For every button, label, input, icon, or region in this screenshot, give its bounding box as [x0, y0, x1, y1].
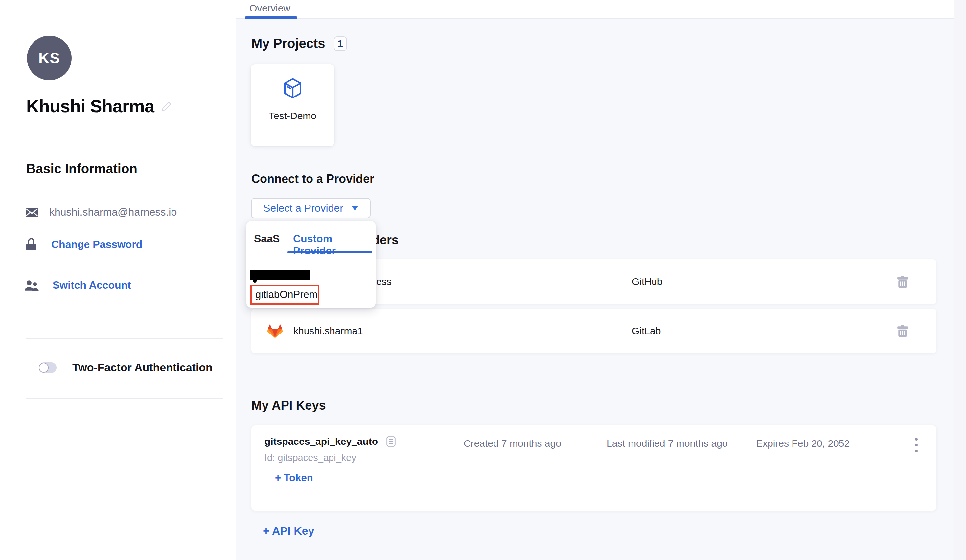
- basic-information-heading: Basic Information: [26, 162, 137, 176]
- toggle-knob: [39, 363, 49, 373]
- avatar-initials: KS: [38, 49, 60, 67]
- provider-dropdown-panel: SaaS Custom Provider gitlabOnPrem: [246, 221, 376, 308]
- change-password-row: Change Password: [26, 237, 142, 251]
- email-row: khushi.sharma@harness.io: [26, 206, 177, 218]
- project-cube-wrap: [251, 78, 335, 98]
- email-icon: [26, 208, 38, 217]
- user-name: Khushi Sharma: [26, 96, 154, 116]
- kebab-dot: [915, 444, 918, 446]
- my-projects-heading: My Projects: [251, 36, 325, 51]
- project-card[interactable]: Test-Demo: [251, 64, 335, 146]
- vertical-scrollbar[interactable]: [953, 0, 966, 560]
- tab-overview[interactable]: Overview: [250, 3, 291, 14]
- project-name: Test-Demo: [251, 110, 335, 121]
- active-tab-underline: [245, 16, 297, 19]
- sidebar-divider-bottom: [26, 398, 223, 399]
- main-content: Overview My Projects 1 Test-Demo Connect…: [236, 0, 966, 560]
- delete-provider-button[interactable]: [897, 325, 908, 337]
- kebab-dot: [915, 450, 918, 452]
- provider-type: GitHub: [632, 259, 662, 304]
- change-password-link[interactable]: Change Password: [51, 238, 142, 251]
- project-cube-icon: [283, 78, 302, 98]
- api-key-card: gitspaces_api_key_auto Id: gitspaces_api…: [251, 426, 936, 511]
- chevron-down-icon: [351, 206, 358, 210]
- switch-account-row: Switch Account: [24, 279, 131, 291]
- dropdown-tab-saas[interactable]: SaaS: [254, 233, 279, 245]
- redaction-overlay: [250, 270, 310, 280]
- avatar: KS: [27, 36, 72, 80]
- trash-icon: [897, 276, 908, 288]
- api-key-created: Created 7 months ago: [463, 438, 561, 449]
- two-factor-row: Two-Factor Authentication: [39, 361, 213, 374]
- api-key-name-row: gitspaces_api_key_auto: [264, 436, 396, 447]
- two-factor-label: Two-Factor Authentication: [72, 361, 213, 374]
- provider-account-name: khushi.sharma1: [293, 309, 363, 353]
- my-api-keys-heading: My API Keys: [251, 398, 326, 413]
- api-key-name: gitspaces_api_key_auto: [264, 436, 378, 447]
- provider-type: GitLab: [632, 309, 661, 353]
- dropdown-option-gitlabonprem[interactable]: gitlabOnPrem: [250, 285, 319, 305]
- profile-page: KS Khushi Sharma Basic Information khush…: [0, 0, 966, 560]
- select-provider-button[interactable]: Select a Provider: [251, 198, 371, 218]
- provider-row-gitlab: khushi.sharma1 GitLab: [251, 309, 936, 353]
- switch-account-link[interactable]: Switch Account: [53, 279, 131, 291]
- projects-count-badge: 1: [334, 36, 347, 51]
- api-key-expires: Expires Feb 20, 2052: [756, 438, 850, 449]
- switch-account-icon: [24, 280, 39, 291]
- api-key-modified: Last modified 7 months ago: [606, 438, 728, 449]
- provider-name-fragment: ess: [376, 259, 392, 304]
- copy-icon[interactable]: [386, 436, 396, 447]
- redaction-overlay-notch: [253, 280, 256, 283]
- delete-provider-button[interactable]: [897, 276, 908, 288]
- trash-icon: [897, 325, 908, 337]
- user-email: khushi.sharma@harness.io: [49, 206, 177, 218]
- sidebar-divider-top: [26, 339, 223, 339]
- user-name-row: Khushi Sharma: [26, 96, 172, 116]
- select-provider-label: Select a Provider: [263, 202, 343, 215]
- profile-sidebar: KS Khushi Sharma Basic Information khush…: [0, 0, 236, 560]
- api-key-menu-button[interactable]: [909, 433, 924, 457]
- kebab-dot: [915, 438, 918, 440]
- tab-strip: Overview: [236, 0, 966, 19]
- dropdown-option-label: gitlabOnPrem: [252, 289, 318, 301]
- add-token-link[interactable]: + Token: [275, 472, 313, 484]
- dropdown-active-tab-underline: [288, 251, 372, 254]
- two-factor-toggle[interactable]: [39, 362, 56, 373]
- api-key-id: Id: gitspaces_api_key: [264, 452, 356, 463]
- add-api-key-link[interactable]: + API Key: [263, 524, 314, 537]
- edit-pencil-icon[interactable]: [162, 101, 172, 111]
- connect-provider-heading: Connect to a Provider: [251, 172, 374, 186]
- gitlab-logo-icon: [267, 323, 283, 339]
- lock-icon: [26, 237, 36, 251]
- my-projects-heading-row: My Projects 1: [251, 36, 347, 51]
